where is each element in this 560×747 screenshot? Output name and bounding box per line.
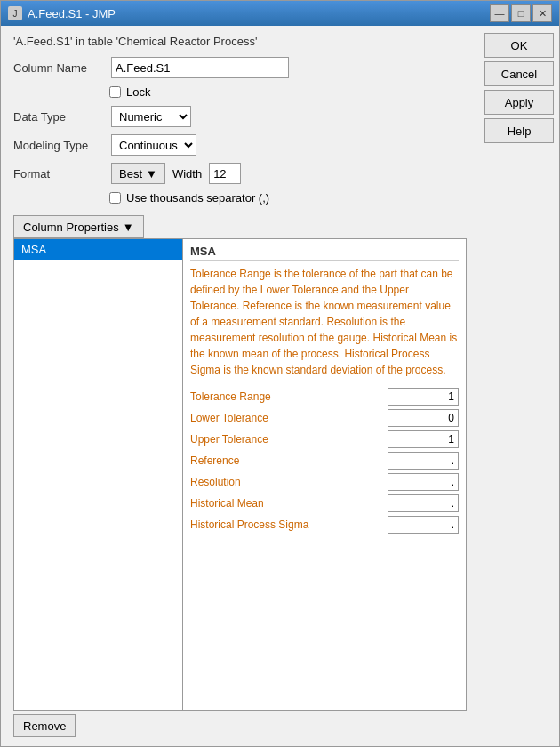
format-button[interactable]: Best ▼ bbox=[111, 163, 165, 184]
column-name-label: Column Name bbox=[13, 61, 102, 75]
width-input[interactable] bbox=[209, 163, 241, 184]
title-bar: J A.Feed.S1 - JMP — □ ✕ bbox=[1, 1, 559, 26]
msa-description: Tolerance Range is the tolerance of the … bbox=[190, 266, 459, 378]
col-props-header: Column Properties ▼ bbox=[13, 215, 467, 238]
format-label: Format bbox=[13, 167, 102, 181]
remove-button[interactable]: Remove bbox=[13, 714, 76, 737]
upper-tolerance-label: Upper Tolerance bbox=[190, 433, 384, 446]
title-bar-left: J A.Feed.S1 - JMP bbox=[8, 6, 116, 20]
column-properties-arrow-icon: ▼ bbox=[123, 221, 134, 234]
msa-field-lower-tolerance: Lower Tolerance bbox=[190, 408, 459, 428]
title-bar-controls: — □ ✕ bbox=[490, 4, 552, 22]
apply-button[interactable]: Apply bbox=[484, 90, 554, 115]
reference-input[interactable] bbox=[388, 452, 459, 470]
data-type-select[interactable]: Numeric Character Row State bbox=[111, 106, 191, 127]
modeling-type-label: Modeling Type bbox=[13, 139, 102, 152]
lower-tolerance-input[interactable] bbox=[388, 409, 459, 427]
msa-field-historical-mean: Historical Mean bbox=[190, 494, 459, 513]
msa-field-tolerance-range: Tolerance Range bbox=[190, 387, 459, 406]
lock-label: Lock bbox=[126, 85, 150, 99]
properties-inner: MSA MSA Tolerance Range is the tolerance… bbox=[13, 238, 467, 711]
column-name-input[interactable] bbox=[111, 57, 289, 78]
historical-process-sigma-input[interactable] bbox=[388, 516, 459, 534]
historical-process-sigma-label: Historical Process Sigma bbox=[190, 518, 384, 531]
data-type-row: Data Type Numeric Character Row State bbox=[13, 106, 467, 127]
format-width-label: Width bbox=[172, 167, 202, 181]
left-panel: 'A.Feed.S1' in table 'Chemical Reactor P… bbox=[1, 26, 479, 746]
tolerance-range-label: Tolerance Range bbox=[190, 390, 384, 403]
msa-field-reference: Reference bbox=[190, 451, 459, 470]
historical-mean-input[interactable] bbox=[388, 494, 459, 512]
modeling-type-select[interactable]: Continuous Ordinal Nominal bbox=[111, 134, 196, 156]
properties-list: MSA bbox=[14, 239, 183, 710]
upper-tolerance-input[interactable] bbox=[388, 430, 459, 448]
list-item-msa[interactable]: MSA bbox=[14, 239, 182, 260]
window-title: A.Feed.S1 - JMP bbox=[28, 7, 116, 20]
reference-label: Reference bbox=[190, 454, 384, 467]
column-properties-button[interactable]: Column Properties ▼ bbox=[13, 215, 144, 238]
modeling-type-row: Modeling Type Continuous Ordinal Nominal bbox=[13, 134, 467, 156]
help-button[interactable]: Help bbox=[484, 118, 554, 143]
column-properties-section: Column Properties ▼ MSA MSA Tolerance bbox=[13, 215, 467, 737]
lock-row: Lock bbox=[109, 85, 467, 99]
format-row: Format Best ▼ Width bbox=[13, 163, 467, 184]
main-window: J A.Feed.S1 - JMP — □ ✕ 'A.Feed.S1' in t… bbox=[0, 0, 560, 747]
right-panel: OK Cancel Apply Help bbox=[479, 26, 559, 746]
data-type-label: Data Type bbox=[13, 110, 102, 124]
msa-panel: MSA Tolerance Range is the tolerance of … bbox=[183, 239, 466, 710]
format-btn-label: Best bbox=[119, 167, 142, 181]
close-button[interactable]: ✕ bbox=[532, 4, 552, 22]
format-dropdown-icon: ▼ bbox=[146, 167, 157, 181]
header-text: 'A.Feed.S1' in table 'Chemical Reactor P… bbox=[13, 35, 467, 48]
minimize-button[interactable]: — bbox=[490, 4, 509, 22]
thousands-row: Use thousands separator (,) bbox=[109, 191, 467, 205]
resolution-input[interactable] bbox=[388, 473, 459, 491]
tolerance-range-input[interactable] bbox=[388, 388, 459, 406]
thousands-label: Use thousands separator (,) bbox=[126, 191, 269, 205]
list-item-msa-label: MSA bbox=[21, 243, 46, 256]
msa-title: MSA bbox=[190, 245, 459, 261]
msa-field-resolution: Resolution bbox=[190, 472, 459, 492]
props-remove-row: Remove bbox=[13, 714, 467, 737]
msa-field-upper-tolerance: Upper Tolerance bbox=[190, 430, 459, 449]
lock-checkbox[interactable] bbox=[109, 86, 121, 98]
ok-button[interactable]: OK bbox=[484, 33, 554, 58]
historical-mean-label: Historical Mean bbox=[190, 497, 384, 510]
main-content: 'A.Feed.S1' in table 'Chemical Reactor P… bbox=[1, 26, 559, 746]
lower-tolerance-label: Lower Tolerance bbox=[190, 412, 384, 424]
format-controls: Best ▼ Width bbox=[111, 163, 241, 184]
msa-field-historical-process-sigma: Historical Process Sigma bbox=[190, 515, 459, 534]
cancel-button[interactable]: Cancel bbox=[484, 61, 554, 86]
resolution-label: Resolution bbox=[190, 476, 384, 488]
column-name-row: Column Name bbox=[13, 57, 467, 78]
app-icon: J bbox=[8, 6, 22, 20]
maximize-button[interactable]: □ bbox=[511, 4, 531, 22]
column-properties-label: Column Properties bbox=[23, 221, 119, 234]
msa-fields: Tolerance Range Lower Tolerance Upper To… bbox=[190, 387, 459, 534]
thousands-checkbox[interactable] bbox=[109, 192, 121, 204]
